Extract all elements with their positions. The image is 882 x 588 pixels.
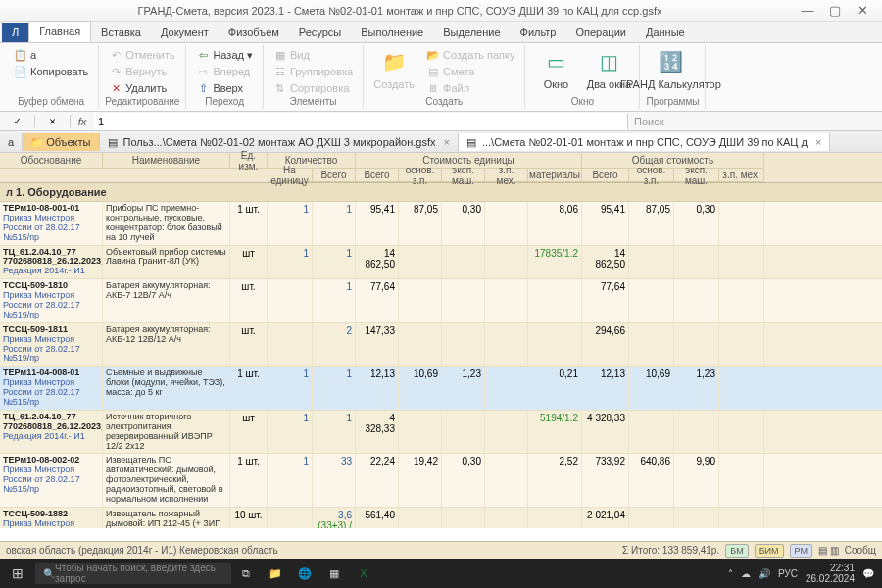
folder-icon: 📂: [426, 48, 440, 62]
filetab-objects[interactable]: 📁Объекты: [23, 133, 99, 151]
filetab-doc2[interactable]: ▤...\Смета №02-01-01 монтаж и пнр СПС, С…: [459, 133, 830, 151]
create-folder-button[interactable]: 📂Создать папку: [422, 47, 518, 63]
close-button[interactable]: ✕: [849, 3, 876, 18]
notifications-icon[interactable]: 💬: [862, 568, 874, 579]
up-button[interactable]: ⇧Вверх: [192, 80, 257, 96]
forward-button[interactable]: ⇨Вперед: [192, 64, 257, 79]
table-row[interactable]: ТЕРм10-08-002-02Приказ Минстроя России о…: [0, 454, 882, 507]
formula-bar: ✓ ✕ fx Поиск: [0, 112, 882, 131]
fx-label: fx: [71, 116, 94, 127]
col-eksp[interactable]: эксп. маш.: [442, 169, 485, 182]
copy-button[interactable]: 📄Копировать: [10, 64, 92, 79]
table-row[interactable]: ТЦ_61.2.04.10_777702680818_26.12.2023_02…: [0, 411, 882, 455]
tab-filter[interactable]: Фильтр: [511, 23, 566, 42]
tab-resources[interactable]: Ресурсы: [289, 23, 351, 42]
search-input[interactable]: Поиск: [627, 114, 882, 129]
undo-button[interactable]: ↶Отменить: [105, 47, 179, 63]
copy-icon: 📄: [14, 65, 27, 78]
close-icon[interactable]: ×: [815, 136, 821, 148]
col-teksp[interactable]: эксп. маш.: [674, 169, 719, 182]
sort-button[interactable]: ⇅Сортировка: [270, 80, 357, 96]
col-total[interactable]: Общая стоимость: [582, 153, 764, 169]
excel-icon[interactable]: X: [349, 567, 378, 579]
col-tmex[interactable]: з.п. мех.: [719, 169, 764, 182]
tab-data[interactable]: Данные: [636, 23, 695, 42]
col-mex[interactable]: з.п. мех.: [485, 169, 528, 182]
ribbon: 📋а 📄Копировать Буфер обмена ↶Отменить ↷В…: [0, 43, 882, 112]
grid-body[interactable]: л 1. Оборудование ТЕРм10-08-001-01Приказ…: [0, 183, 882, 528]
col-tosn[interactable]: основ. з.п.: [629, 169, 674, 182]
close-icon[interactable]: ×: [444, 136, 450, 148]
file-tab[interactable]: Л: [2, 23, 28, 42]
formula-input[interactable]: [94, 113, 627, 130]
create-file-button[interactable]: 🗎Файл: [422, 80, 518, 96]
back-button[interactable]: ⇦Назад ▾: [192, 47, 257, 63]
taskbar: ⊞ 🔍 Чтобы начать поиск, введите здесь за…: [0, 559, 882, 588]
tab-ops[interactable]: Операции: [565, 23, 635, 42]
cloud-icon[interactable]: ☁: [741, 568, 751, 579]
col-vsego[interactable]: Всего: [356, 169, 399, 182]
paste-icon: 📋: [14, 48, 27, 62]
minimize-button[interactable]: —: [794, 3, 821, 18]
filetab-doc1[interactable]: ▤Польз...\Смета №02-01-02 монтаж АО ДХШ …: [100, 133, 459, 151]
col-unit[interactable]: Ед. изм.: [230, 153, 268, 169]
table-row[interactable]: ТЕРм10-08-001-01Приказ Минстроя России о…: [0, 202, 882, 246]
tab-main[interactable]: Главная: [28, 21, 91, 42]
clock[interactable]: 22:3126.02.2024: [806, 563, 855, 584]
badge-bim[interactable]: БИМ: [755, 544, 784, 558]
badge-pm[interactable]: РМ: [790, 544, 812, 558]
calculator-button[interactable]: 🔢ГРАНД Калькулятор: [646, 47, 695, 91]
region-label: овская область (редакция 2014г - И1) Кем…: [6, 545, 278, 556]
redo-button[interactable]: ↷Вернуть: [105, 64, 179, 79]
tab-document[interactable]: Документ: [151, 23, 219, 42]
tab-insert[interactable]: Вставка: [91, 23, 151, 42]
volume-icon[interactable]: 🔊: [759, 568, 770, 579]
create-button[interactable]: 📁Создать: [369, 47, 418, 96]
messages-label[interactable]: Сообщ: [845, 545, 876, 556]
ribbon-tabs: Л Главная Вставка Документ Физобъем Ресу…: [0, 22, 882, 43]
table-row[interactable]: ТЦ_61.2.04.10_777702680818_26.12.2023_02…: [0, 246, 882, 280]
delete-button[interactable]: ✕Удалить: [105, 80, 179, 96]
table-row[interactable]: ТССЦ-509-1810Приказ Минстроя России от 2…: [0, 279, 882, 323]
view-icon: ▦: [273, 48, 287, 62]
table-row[interactable]: ТССЦ-509-1882Приказ Минстроя России от 2…: [0, 508, 882, 528]
create-estimate-button[interactable]: ▤Смета: [422, 64, 518, 79]
redo-icon: ↷: [109, 65, 122, 78]
app-icon[interactable]: ▦: [319, 567, 349, 580]
lang-indicator[interactable]: РУС: [778, 568, 798, 579]
section-header[interactable]: л 1. Оборудование: [0, 183, 882, 202]
taskbar-search[interactable]: 🔍 Чтобы начать поиск, введите здесь запр…: [35, 563, 231, 584]
table-row[interactable]: ТЕРм11-04-008-01Приказ Минстроя России о…: [0, 367, 882, 411]
tab-exec[interactable]: Выполнение: [351, 23, 433, 42]
chrome-icon[interactable]: 🌐: [290, 567, 319, 580]
col-tvsego[interactable]: Всего: [582, 169, 629, 182]
col-osn[interactable]: основ. з.п.: [399, 169, 442, 182]
cell-cancel[interactable]: ✕: [35, 115, 71, 127]
grid-header: Обоснование Наименование Ед. изм. Количе…: [0, 153, 882, 183]
create-icon: 📁: [380, 48, 408, 75]
col-obos[interactable]: Обоснование: [0, 153, 103, 169]
group-window: Окно: [531, 96, 633, 107]
col-qty-total[interactable]: Всего: [313, 169, 356, 182]
group-button[interactable]: ☷Группировка: [270, 64, 357, 79]
tray-up-icon[interactable]: ˄: [728, 568, 733, 579]
delete-icon: ✕: [109, 81, 122, 95]
taskview-icon[interactable]: ⧉: [231, 567, 261, 580]
paste-button[interactable]: 📋а: [10, 47, 92, 63]
start-button[interactable]: ⊞: [0, 565, 35, 581]
filetab-home[interactable]: a: [0, 133, 23, 151]
view-button[interactable]: ▦Вид: [270, 47, 357, 63]
col-mat[interactable]: материалы: [528, 169, 582, 182]
col-name[interactable]: Наименование: [103, 153, 230, 169]
group-create: Создать: [369, 96, 518, 107]
cell-ref[interactable]: ✓: [0, 115, 35, 127]
col-qty-unit[interactable]: На единицу: [268, 169, 313, 182]
tab-phys[interactable]: Физобъем: [219, 23, 289, 42]
badge-bm[interactable]: БМ: [725, 544, 748, 558]
explorer-icon[interactable]: 📁: [261, 567, 290, 580]
titlebar: ГРАНД-Смета, версия 2023.1 - Смета №02-0…: [0, 0, 882, 22]
table-row[interactable]: ТССЦ-509-1811Приказ Минстроя России от 2…: [0, 323, 882, 368]
tab-select[interactable]: Выделение: [433, 23, 510, 42]
one-window-button[interactable]: ▭Окно: [531, 47, 580, 91]
maximize-button[interactable]: ▢: [821, 3, 849, 18]
